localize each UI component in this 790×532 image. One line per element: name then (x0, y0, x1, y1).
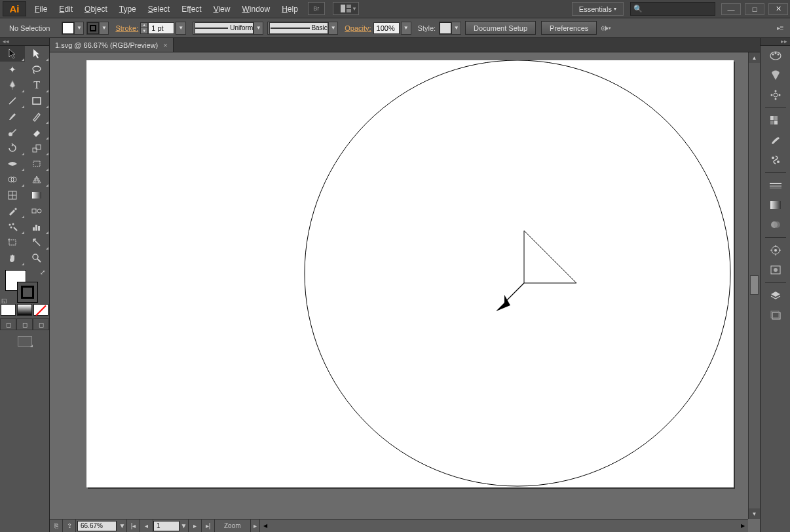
selection-tool[interactable] (0, 46, 25, 62)
zoom-input[interactable] (77, 521, 117, 531)
color-mode-button[interactable] (1, 304, 16, 316)
hand-tool[interactable] (0, 250, 25, 266)
gradient-mode-button[interactable] (17, 304, 32, 316)
draw-normal-button[interactable]: ◻ (0, 318, 16, 330)
mesh-tool[interactable] (0, 187, 25, 203)
stroke-panel-icon[interactable] (766, 177, 785, 194)
fill-stroke-indicator[interactable]: ⤢ ◱ (0, 267, 49, 304)
arrange-documents-button[interactable]: ▼ (333, 2, 359, 15)
zoom-dropdown[interactable]: ▼ (118, 520, 127, 532)
align-to-icon[interactable]: 🕪▾ (599, 22, 612, 34)
brush-definition[interactable]: Basic▼ (267, 22, 338, 35)
opacity-dropdown[interactable]: ▼ (401, 22, 411, 35)
menu-effect[interactable]: Effect (176, 0, 207, 18)
stroke-swatch[interactable]: ▼ (86, 22, 109, 35)
draw-behind-button[interactable]: ◻ (16, 318, 33, 330)
workspace-switcher[interactable]: Essentials ▾ (572, 2, 624, 16)
graphic-style[interactable]: ▼ (439, 22, 461, 35)
graphic-styles-panel-icon[interactable] (766, 261, 785, 278)
gradient-panel-icon[interactable] (766, 197, 785, 214)
blend-tool[interactable] (25, 203, 50, 219)
dock-collapse[interactable]: ▸▸ (761, 38, 790, 46)
artboard-last[interactable]: ▸| (202, 520, 215, 532)
appearance-panel-icon[interactable] (766, 242, 785, 259)
swatches-panel-icon[interactable] (766, 112, 785, 129)
artboard-first[interactable]: |◂ (127, 520, 140, 532)
vertical-scrollbar[interactable]: ▲▼ (748, 52, 760, 519)
none-mode-button[interactable] (33, 304, 48, 316)
bridge-button[interactable]: Br (308, 2, 325, 15)
control-overflow-button[interactable]: ▸≡ (774, 24, 786, 31)
stroke-weight-stepper[interactable]: ▲▼ (140, 22, 148, 34)
swap-fill-stroke-icon[interactable]: ⤢ (40, 269, 45, 276)
type-tool[interactable]: T (25, 77, 50, 93)
artboards-panel-icon[interactable] (766, 307, 785, 324)
free-transform-tool[interactable] (25, 156, 50, 172)
menu-select[interactable]: Select (142, 0, 176, 18)
menu-edit[interactable]: Edit (53, 0, 79, 18)
magic-wand-tool[interactable]: ✦ (0, 62, 25, 77)
search-input[interactable]: 🔍 (630, 2, 715, 16)
kuler-panel-icon[interactable] (766, 86, 785, 104)
menu-file[interactable]: File (29, 0, 53, 18)
default-fill-stroke-icon[interactable]: ◱ (1, 297, 7, 304)
window-minimize-button[interactable]: — (721, 3, 741, 15)
pencil-tool[interactable] (25, 109, 50, 124)
window-maximize-button[interactable]: □ (745, 3, 764, 15)
symbol-sprayer-tool[interactable] (0, 219, 25, 235)
artboard[interactable] (86, 60, 734, 487)
pen-tool[interactable] (0, 77, 25, 93)
stroke-weight-input[interactable] (148, 22, 174, 34)
slice-tool[interactable] (25, 235, 50, 250)
shape-builder-tool[interactable] (0, 172, 25, 187)
document-tab[interactable]: 1.svg @ 66.67% (RGB/Preview) × (50, 38, 174, 52)
status-dropdown[interactable]: ▸ (251, 520, 260, 532)
fill-swatch[interactable]: ▼ (62, 22, 84, 35)
layers-panel-icon[interactable] (766, 287, 785, 304)
zoom-tool[interactable] (25, 250, 50, 266)
menu-window[interactable]: Window (236, 0, 276, 18)
menu-help[interactable]: Help (276, 0, 304, 18)
menu-object[interactable]: Object (79, 0, 113, 18)
transparency-panel-icon[interactable] (766, 216, 785, 233)
opacity-input[interactable] (373, 22, 400, 34)
direct-selection-tool[interactable] (25, 46, 50, 62)
brushes-panel-icon[interactable] (766, 132, 785, 149)
artboard-next[interactable]: ▸ (189, 520, 202, 532)
eraser-tool[interactable] (25, 124, 50, 140)
variable-width-profile[interactable]: Uniform▼ (193, 22, 263, 35)
symbols-panel-icon[interactable] (766, 151, 785, 168)
draw-inside-button[interactable]: ◻ (33, 318, 49, 330)
screen-mode-button[interactable] (0, 334, 49, 349)
eyedropper-tool[interactable] (0, 203, 25, 219)
artboard-prev[interactable]: ◂ (140, 520, 153, 532)
canvas-area[interactable]: ▲▼ ⎘ ⇪ ▼ |◂ ◂ ▼ ▸ ▸| Zoom ▸ ◀▶ (50, 52, 760, 532)
menu-type[interactable]: Type (113, 0, 142, 18)
artboard-number-input[interactable] (153, 521, 179, 531)
tools-collapse[interactable]: ◂◂ (0, 38, 49, 46)
perspective-grid-tool[interactable] (25, 172, 50, 187)
stroke-color-indicator[interactable] (17, 282, 38, 303)
paintbrush-tool[interactable] (0, 109, 25, 124)
first-artboard-icon[interactable]: ⎘ (50, 520, 63, 532)
blob-brush-tool[interactable] (0, 124, 25, 140)
color-panel-icon[interactable] (766, 47, 785, 64)
stroke-weight-dropdown[interactable]: ▼ (176, 22, 186, 35)
close-tab-icon[interactable]: × (163, 41, 167, 49)
gradient-tool[interactable] (25, 187, 50, 203)
scale-tool[interactable] (25, 140, 50, 156)
width-tool[interactable] (0, 156, 25, 172)
color-guide-panel-icon[interactable] (766, 67, 785, 84)
document-setup-button[interactable]: Document Setup (465, 21, 536, 35)
share-icon[interactable]: ⇪ (63, 520, 76, 532)
artboard-tool[interactable] (0, 235, 25, 250)
line-tool[interactable] (0, 93, 25, 109)
rectangle-tool[interactable] (25, 93, 50, 109)
lasso-tool[interactable] (25, 62, 50, 77)
rotate-tool[interactable] (0, 140, 25, 156)
preferences-button[interactable]: Preferences (541, 21, 597, 35)
stroke-label[interactable]: Stroke: (115, 24, 138, 32)
column-graph-tool[interactable] (25, 219, 50, 235)
opacity-label[interactable]: Opacity: (345, 24, 371, 32)
menu-view[interactable]: View (208, 0, 236, 18)
